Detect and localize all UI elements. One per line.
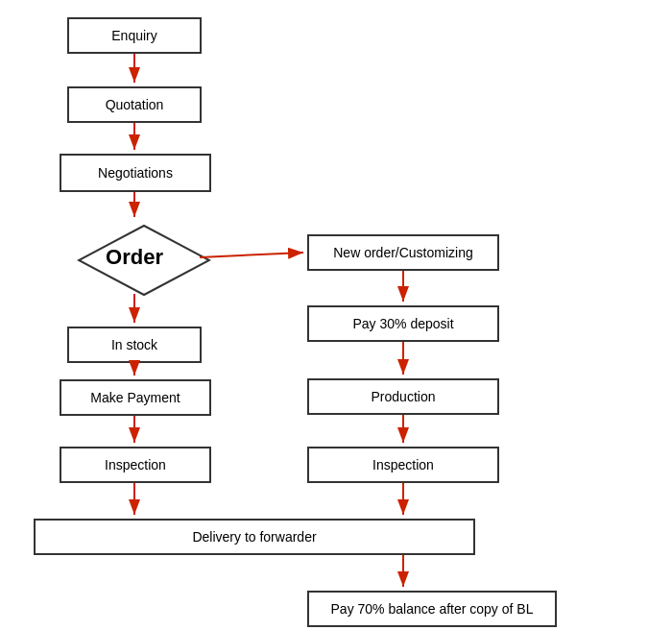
negotiations-box: Negotiations [60, 154, 211, 192]
enquiry-box: Enquiry [67, 17, 202, 54]
new-order-box: New order/Customizing [307, 234, 499, 271]
production-label: Production [372, 389, 436, 404]
enquiry-label: Enquiry [111, 28, 156, 43]
inspection-right-box: Inspection [307, 447, 499, 483]
pay-deposit-box: Pay 30% deposit [307, 305, 499, 342]
make-payment-box: Make Payment [60, 379, 211, 416]
inspection-left-box: Inspection [60, 447, 211, 483]
make-payment-label: Make Payment [90, 390, 180, 405]
delivery-box: Delivery to forwarder [34, 519, 475, 555]
delivery-label: Delivery to forwarder [192, 529, 316, 545]
inspection-right-label: Inspection [372, 457, 434, 472]
quotation-label: Quotation [106, 97, 164, 112]
production-box: Production [307, 378, 499, 415]
new-order-label: New order/Customizing [333, 245, 473, 260]
pay-balance-box: Pay 70% balance after copy of BL [307, 591, 557, 627]
in-stock-box: In stock [67, 327, 202, 363]
in-stock-label: In stock [111, 337, 157, 352]
negotiations-label: Negotiations [98, 165, 173, 181]
inspection-left-label: Inspection [105, 457, 166, 472]
order-label: Order [106, 245, 163, 270]
pay-balance-label: Pay 70% balance after copy of BL [331, 601, 534, 617]
flowchart: Enquiry Quotation Negotiations Order In … [0, 0, 672, 630]
svg-line-10 [200, 253, 303, 257]
quotation-box: Quotation [67, 86, 202, 123]
order-diamond: Order [67, 221, 202, 294]
pay-deposit-label: Pay 30% deposit [352, 316, 453, 331]
